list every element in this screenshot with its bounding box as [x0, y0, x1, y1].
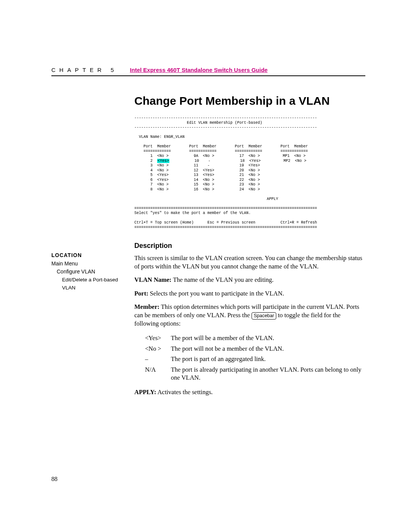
location-item: Configure VLAN — [57, 268, 127, 276]
option-key: N/A — [145, 364, 171, 383]
option-key: <Yes> — [145, 333, 171, 343]
terminal-screenshot: ----------------------------------------… — [134, 116, 365, 230]
field-member: Member: This option determines which por… — [134, 303, 365, 328]
field-label: APPLY: — [134, 388, 156, 396]
option-row: <No >The port will not be a member of th… — [145, 343, 365, 354]
option-value: The port will not be a member of the VLA… — [171, 343, 365, 354]
location-item: Main Menu — [51, 260, 127, 268]
description-intro: This screen is similar to the VLAN creat… — [134, 254, 365, 270]
document-title: Intel Express 460T Standalone Switch Use… — [130, 67, 268, 73]
option-value: The port is part of an aggregated link. — [171, 354, 365, 364]
member-options-table: <Yes>The port will be a member of the VL… — [145, 333, 365, 383]
field-label: Port: — [134, 290, 148, 297]
option-key: <No > — [145, 343, 171, 354]
option-key: – — [145, 354, 171, 364]
chapter-label: CHAPTER 5 — [51, 67, 118, 73]
keycap-spacebar: Spacebar — [252, 312, 277, 320]
field-apply: APPLY: Activates the settings. — [134, 388, 365, 396]
field-vlan-name: VLAN Name: The name of the VLAN you are … — [134, 276, 365, 284]
content-grid: Change Port Membership in a VLAN -------… — [51, 91, 365, 402]
description-body: Description This screen is similar to th… — [134, 241, 365, 402]
field-port: Port: Selects the port you want to parti… — [134, 289, 365, 297]
page-title: Change Port Membership in a VLAN — [134, 94, 365, 107]
field-text: The name of the VLAN you are editing. — [172, 276, 274, 283]
description-heading: Description — [134, 241, 365, 250]
field-label: Member: — [134, 303, 159, 310]
location-sidebar: LOCATION Main Menu Configure VLAN Edit/D… — [51, 241, 127, 402]
page-number: 88 — [51, 476, 57, 482]
option-value: The port will be a member of the VLAN. — [171, 333, 365, 343]
document-page: CHAPTER 5 Intel Express 460T Standalone … — [0, 0, 411, 532]
field-text: Selects the port you want to participate… — [148, 290, 284, 297]
option-row: <Yes>The port will be a member of the VL… — [145, 333, 365, 343]
option-row: N/AThe port is already participating in … — [145, 364, 365, 383]
option-row: –The port is part of an aggregated link. — [145, 354, 365, 364]
field-text: Activates the settings. — [156, 388, 212, 396]
running-header: CHAPTER 5 Intel Express 460T Standalone … — [51, 67, 365, 76]
location-heading: LOCATION — [51, 251, 127, 260]
location-item: Edit/Delete a Port-based VLAN — [62, 276, 127, 292]
field-label: VLAN Name: — [134, 276, 172, 283]
option-value: The port is already participating in ano… — [171, 364, 365, 383]
